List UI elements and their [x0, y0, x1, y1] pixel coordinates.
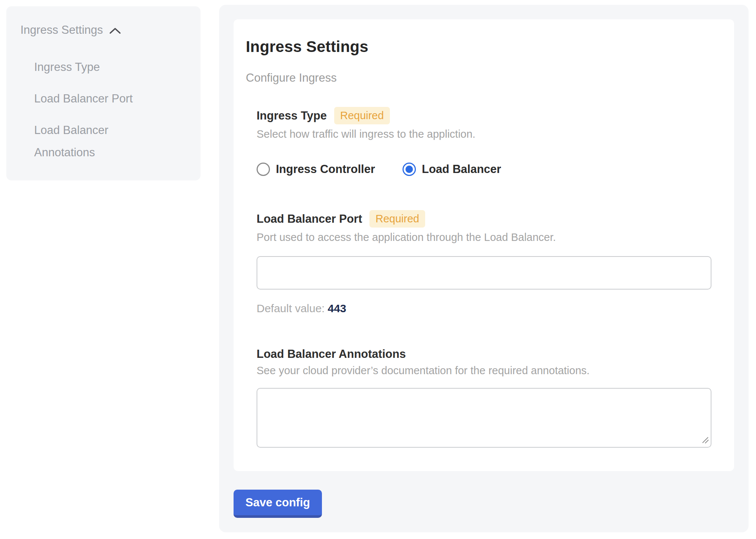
sidebar-group-label: Ingress Settings — [20, 23, 103, 37]
section-ingress-type: Ingress Type Required Select how traffic… — [257, 107, 710, 176]
sidebar-item-ingress-type[interactable]: Ingress Type — [34, 56, 149, 78]
sidebar-item-load-balancer-annotations[interactable]: Load Balancer Annotations — [34, 119, 149, 164]
radio-ingress-controller[interactable]: Ingress Controller — [257, 163, 375, 176]
radio-unselected-icon[interactable] — [257, 163, 270, 176]
section-heading: Load Balancer Annotations — [257, 347, 406, 361]
config-main-panel: Ingress Settings Configure Ingress Ingre… — [219, 5, 749, 532]
sidebar-item-list: Ingress Type Load Balancer Port Load Bal… — [20, 56, 189, 164]
sidebar-item-load-balancer-port[interactable]: Load Balancer Port — [34, 88, 149, 110]
config-nav-sidebar: Ingress Settings Ingress Type Load Balan… — [6, 6, 201, 180]
default-value-row: Default value:443 — [257, 302, 710, 315]
section-heading: Load Balancer Port — [257, 212, 362, 226]
radio-selected-icon[interactable] — [403, 163, 416, 176]
section-description: Port used to access the application thro… — [257, 231, 710, 244]
section-description: Select how traffic will ingress to the a… — [257, 128, 710, 140]
page-subtitle: Configure Ingress — [246, 71, 710, 85]
section-description: See your cloud provider’s documentation … — [257, 365, 710, 377]
section-load-balancer-annotations: Load Balancer Annotations See your cloud… — [257, 347, 710, 448]
default-value-label: Default value: — [257, 302, 325, 314]
load-balancer-port-input[interactable] — [257, 256, 711, 290]
save-config-button[interactable]: Save config — [234, 490, 322, 518]
required-badge: Required — [334, 107, 390, 124]
radio-label: Ingress Controller — [276, 163, 375, 176]
page-title: Ingress Settings — [246, 38, 710, 56]
sidebar-group-ingress-settings[interactable]: Ingress Settings — [20, 23, 189, 37]
section-heading: Ingress Type — [257, 109, 327, 122]
ingress-type-radio-group: Ingress Controller Load Balancer — [257, 163, 710, 176]
default-value: 443 — [328, 302, 346, 314]
section-load-balancer-port: Load Balancer Port Required Port used to… — [257, 210, 710, 315]
load-balancer-annotations-textarea[interactable] — [257, 388, 711, 448]
radio-label: Load Balancer — [422, 163, 501, 176]
required-badge: Required — [369, 210, 425, 228]
radio-load-balancer[interactable]: Load Balancer — [403, 163, 501, 176]
chevron-up-icon — [109, 27, 121, 35]
ingress-settings-card: Ingress Settings Configure Ingress Ingre… — [234, 19, 734, 471]
